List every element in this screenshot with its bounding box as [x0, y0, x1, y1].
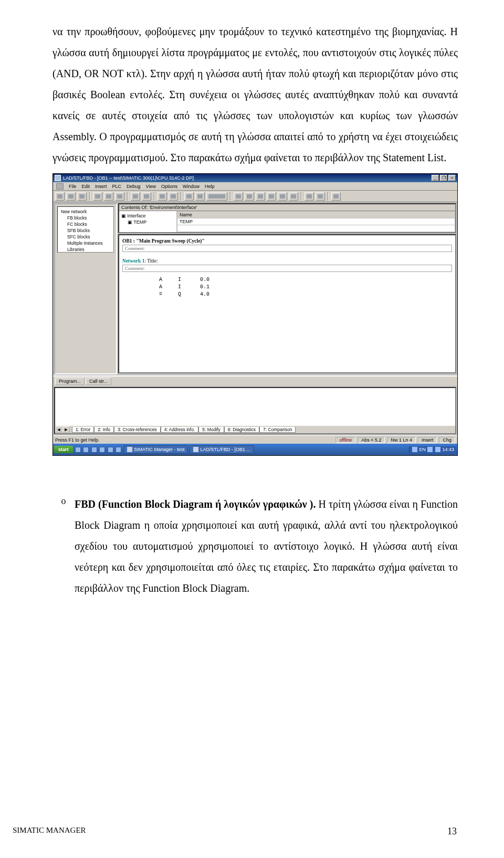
tb-copy-icon[interactable]: [104, 192, 113, 201]
tb-insert3-icon[interactable]: [256, 192, 265, 201]
menu-window[interactable]: Window: [183, 184, 200, 189]
output-pane: ◄ ► 1: Error 2: Info 3: Cross-references…: [54, 387, 456, 434]
list-marker: o: [52, 494, 75, 599]
ql-icon-2[interactable]: [83, 447, 89, 453]
tb-block-icon[interactable]: [195, 192, 205, 201]
tb-redo-icon[interactable]: [142, 192, 151, 201]
menu-debug[interactable]: Debug: [127, 184, 141, 189]
tb-network-icon[interactable]: [184, 192, 194, 201]
tree-sfc[interactable]: SFC blocks: [59, 234, 112, 240]
out-tab-modify[interactable]: 5: Modify: [198, 427, 224, 433]
window-title: LAD/STL/FBD - [OB1 -- test\SIMATIC 300(1…: [63, 175, 194, 181]
ide-screenshot: LAD/STL/FBD - [OB1 -- test\SIMATIC 300(1…: [52, 173, 458, 456]
stl-code[interactable]: A I 0.0 A I 0.1 = Q 4.0: [122, 274, 452, 301]
ql-icon-3[interactable]: [91, 447, 97, 453]
menu-plc[interactable]: PLC: [112, 184, 122, 189]
os-taskbar: start SIMATIC Manager - test LAD/STL/FBD…: [53, 444, 457, 455]
status-abs: Abs < 5.2: [358, 437, 385, 443]
tb-insert1-icon[interactable]: [234, 192, 243, 201]
status-chg: Chg: [439, 437, 455, 443]
tb-save-icon[interactable]: [77, 192, 87, 201]
tb-goto-icon[interactable]: [304, 192, 314, 201]
ql-icon-5[interactable]: [108, 447, 113, 453]
tree-mi[interactable]: Multiple instances: [59, 240, 112, 246]
tb-monitor-icon[interactable]: [169, 192, 178, 201]
tb-insert4-icon[interactable]: [267, 192, 276, 201]
iface-root[interactable]: Interface: [128, 213, 146, 218]
scroll-left-icon[interactable]: ◄: [55, 426, 62, 433]
out-tab-addr[interactable]: 4: Address info.: [161, 427, 199, 433]
iface-table: Name TEMP: [177, 211, 455, 232]
interface-panel: Contents Of: 'Environment\Interface' ▣ I…: [118, 203, 456, 233]
tb-view-dropdown[interactable]: [206, 192, 227, 201]
ql-icon-4[interactable]: [99, 447, 105, 453]
tb-download-icon[interactable]: [158, 192, 167, 201]
out-tab-xref[interactable]: 3: Cross-references: [114, 427, 161, 433]
maximize-button[interactable]: ❐: [440, 175, 447, 181]
tb-new-icon[interactable]: [55, 192, 65, 201]
footer-left: SIMATIC MANAGER: [13, 826, 86, 835]
menu-edit[interactable]: Edit: [82, 184, 90, 189]
iface-row-temp[interactable]: TEMP: [177, 218, 455, 225]
status-connection: offline: [335, 437, 355, 443]
out-tab-diag[interactable]: 6: Diagnostics: [224, 427, 259, 433]
project-tree[interactable]: New network FB blocks FC blocks SFB bloc…: [57, 206, 114, 253]
tb-help-icon[interactable]: [331, 192, 341, 201]
tray-icon-1[interactable]: [412, 447, 417, 452]
menu-insert[interactable]: Insert: [95, 184, 107, 189]
fbd-heading: FBD (Function Block Diagram ή λογικών γρ…: [75, 498, 316, 510]
tray-clock: 14:43: [442, 447, 454, 452]
close-button[interactable]: ×: [448, 175, 456, 181]
menu-file[interactable]: File: [69, 184, 77, 189]
menu-view[interactable]: View: [146, 184, 156, 189]
menu-help[interactable]: Help: [205, 184, 215, 189]
page-number: 13: [447, 826, 457, 837]
code-editor[interactable]: OB1 : "Main Program Sweep (Cycle)" Comme…: [119, 235, 455, 304]
interface-contents-label: Contents Of: 'Environment\Interface': [121, 205, 453, 210]
tree-fb[interactable]: FB blocks: [59, 215, 112, 221]
tree-sfb[interactable]: SFB blocks: [59, 227, 112, 234]
iface-temp[interactable]: TEMP: [133, 219, 146, 225]
tab-program[interactable]: Program...: [55, 378, 85, 385]
iface-row-empty[interactable]: [177, 225, 455, 232]
app-icon: [55, 175, 61, 181]
body-paragraph-2: FBD (Function Block Diagram ή λογικών γρ…: [75, 494, 458, 599]
ob-comment-field[interactable]: Comment:: [122, 245, 452, 252]
tray-icon-3[interactable]: [435, 447, 440, 452]
iface-col-name: Name: [177, 212, 455, 218]
network-comment-field[interactable]: Comment:: [122, 265, 452, 272]
tree-root[interactable]: New network: [59, 208, 112, 215]
tree-lib[interactable]: Libraries: [59, 246, 112, 253]
ql-icon-1[interactable]: [75, 447, 81, 453]
status-ins: Insert: [418, 437, 437, 443]
tray-lang[interactable]: EN: [419, 447, 426, 452]
toolbar: [53, 191, 457, 202]
quicklaunch: [75, 446, 122, 452]
body-paragraph-1: να την προωθήσουν, φοβούμενες μην τρομάξ…: [52, 21, 458, 168]
tb-paste-icon[interactable]: [115, 192, 124, 201]
tb-insert5-icon[interactable]: [278, 192, 287, 201]
out-tab-error[interactable]: 1: Error: [72, 427, 94, 433]
out-tab-info[interactable]: 2: Info: [94, 427, 114, 433]
system-tray: EN 14:43: [409, 446, 456, 453]
status-bar: Press F1 to get Help. offline Abs < 5.2 …: [53, 435, 457, 444]
scroll-right-icon[interactable]: ►: [62, 426, 70, 433]
tb-open-icon[interactable]: [66, 192, 76, 201]
start-button[interactable]: start: [54, 446, 73, 453]
tree-fc[interactable]: FC blocks: [59, 221, 112, 227]
network-label[interactable]: Network 1: [122, 258, 144, 264]
task-simatic-manager[interactable]: SIMATIC Manager - test: [123, 445, 188, 454]
tb-undo-icon[interactable]: [131, 192, 140, 201]
tray-icon-2[interactable]: [427, 447, 433, 452]
tab-callstr[interactable]: Call str...: [86, 378, 111, 385]
minimize-button[interactable]: _: [432, 175, 439, 181]
tb-cut-icon[interactable]: [93, 192, 102, 201]
tb-find-icon[interactable]: [316, 192, 325, 201]
ql-icon-6[interactable]: [116, 447, 121, 453]
menu-app-icon: [56, 183, 64, 190]
tb-insert6-icon[interactable]: [289, 192, 298, 201]
task-lad-stl-fbd[interactable]: LAD/STL/FBD - [OB1 ...: [190, 445, 254, 454]
menu-options[interactable]: Options: [161, 184, 177, 189]
out-tab-compare[interactable]: 7: Comparison: [259, 427, 296, 433]
tb-insert2-icon[interactable]: [245, 192, 254, 201]
